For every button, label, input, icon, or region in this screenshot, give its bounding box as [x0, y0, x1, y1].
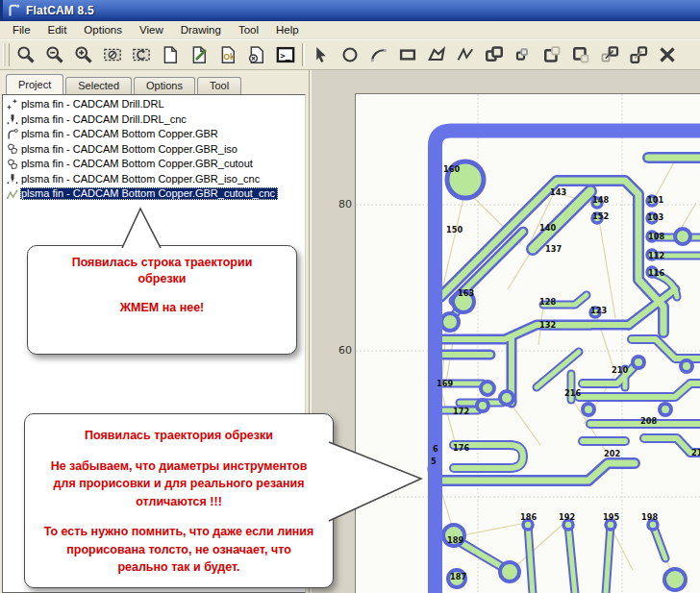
pad-number-label: 198 [641, 512, 658, 522]
tab-selected[interactable]: Selected [65, 77, 132, 94]
menu-file[interactable]: File [4, 22, 39, 37]
bubble2-tail [325, 432, 429, 529]
zoom-out-button[interactable] [40, 41, 69, 68]
pad [477, 400, 488, 411]
new-project-icon [161, 45, 180, 64]
save-ok-icon: Ok [218, 45, 238, 64]
draw-arc-button[interactable] [364, 41, 393, 68]
pad-number-label: 148 [592, 195, 609, 205]
save-ok-button[interactable]: Ok [213, 41, 242, 68]
draw-circle-button[interactable] [336, 41, 364, 68]
tree-row[interactable]: plsma fin - CADCAM Bottom Copper.GBR_cut… [4, 157, 305, 172]
flatcam-window: { "window": { "title": "FlatCAM 8.5" }, … [0, 0, 700, 593]
bubble-text-line: обрезки [28, 271, 296, 287]
draw-rectangle-icon [398, 45, 417, 64]
pad [681, 360, 692, 372]
copper-trace-outline [440, 181, 663, 333]
pad [660, 404, 671, 415]
ratsnest-line [458, 523, 526, 536]
pad [583, 404, 594, 415]
zoom-out-icon [45, 45, 64, 64]
pad-number-label: 176 [453, 443, 469, 453]
tree-row[interactable]: plsma fin - CADCAM Bottom Copper.GBR_cut… [4, 186, 305, 202]
window-title: FlatCAM 8.5 [26, 4, 94, 17]
tree-row-label: plsma fin - CADCAM Bottom Copper.GBR_iso… [20, 173, 262, 185]
subtract-button[interactable] [538, 41, 566, 68]
callout-bubble-click-row: Появилась строка траекторииобрезкиЖМЕМ н… [27, 245, 297, 355]
bubble-text-line: Появилась траектория обрезки [25, 427, 333, 445]
bubble1-tail [106, 204, 183, 252]
pad-number-label: 123 [590, 306, 607, 315]
tab-options[interactable]: Options [134, 77, 195, 94]
title-bar[interactable]: FlatCAM 8.5 [0, 0, 700, 21]
toolbar-grip [302, 43, 305, 66]
menu-tool[interactable]: Tool [230, 22, 267, 37]
pad [675, 229, 690, 244]
ratsnest-line [512, 523, 564, 570]
menu-edit[interactable]: Edit [39, 22, 76, 37]
tab-bar: ProjectSelectedOptionsTool [6, 74, 243, 94]
zoom-fit-button[interactable] [12, 41, 40, 68]
delete-object-button[interactable] [242, 41, 271, 68]
intersection-button[interactable] [509, 41, 538, 68]
bubble-text-line: для прорисовки и для реального резания [25, 475, 333, 493]
pad [500, 562, 519, 581]
clear-plot-button[interactable] [127, 41, 156, 68]
tree-row[interactable]: plsma fin - CADCAM Drill.DRL [4, 97, 305, 112]
subtract-icon [542, 45, 562, 64]
union-button[interactable] [480, 41, 509, 68]
delete-shape-icon [658, 45, 677, 64]
new-project-button[interactable] [156, 41, 185, 68]
move-objects-button[interactable] [595, 41, 624, 68]
svg-text:>_: >_ [280, 51, 290, 61]
pad-number-label: 112 [648, 251, 664, 260]
menu-options[interactable]: Options [75, 22, 131, 37]
cut-path-button[interactable] [566, 41, 595, 68]
tree-row[interactable]: plsma fin - CADCAM Bottom Copper.GBR_iso… [4, 172, 305, 187]
menu-help[interactable]: Help [267, 22, 308, 37]
pad-number-label: 208 [640, 416, 657, 426]
pad-number-label: 202 [604, 449, 620, 458]
bubble-spacer [25, 510, 333, 523]
drill-object-icon [6, 98, 19, 111]
draw-path-button[interactable] [451, 41, 480, 68]
pad-number-label: 186 [520, 512, 537, 522]
bubble-text-line: прорисована толсто, не означает, что [25, 541, 333, 559]
tab-tool[interactable]: Tool [197, 77, 241, 94]
cnc-job-icon [6, 172, 19, 185]
gerber-object-icon [6, 128, 19, 141]
shell-icon: >_ [276, 45, 295, 64]
draw-rectangle-button[interactable] [393, 41, 422, 68]
tree-row[interactable]: plsma fin - CADCAM Bottom Copper.GBR [4, 127, 305, 142]
ratsnest-line [512, 405, 540, 445]
pad-number-label: 6 [433, 444, 438, 454]
tree-row[interactable]: plsma fin - CADCAM Drill.DRL_cnc [4, 112, 305, 128]
pad-number-label: 210 [612, 365, 628, 375]
zoom-fit-icon [16, 45, 36, 64]
cnc-path-icon [6, 187, 19, 201]
pad-number-label: 195 [603, 512, 619, 522]
tree-row-label: plsma fin - CADCAM Drill.DRL [20, 98, 167, 111]
tree-row-label: plsma fin - CADCAM Bottom Copper.GBR_cut… [20, 158, 256, 170]
draw-arc-icon [369, 45, 388, 64]
draw-polygon-button[interactable] [422, 41, 451, 68]
select-arrow-button[interactable] [307, 41, 336, 68]
tree-row[interactable]: plsma fin - CADCAM Bottom Copper.GBR_iso [4, 142, 305, 158]
pad-number-label: 128 [539, 297, 556, 307]
tab-project[interactable]: Project [6, 74, 63, 94]
menu-drawing[interactable]: Drawing [172, 22, 230, 37]
shell-button[interactable]: >_ [271, 41, 300, 68]
bubble-text-line: То есть нужно помнить, что даже если лин… [25, 523, 333, 541]
bubble-text-line: ЖМЕМ на нее! [28, 300, 296, 316]
copy-objects-button[interactable] [624, 41, 653, 68]
tree-row-label: plsma fin - CADCAM Drill.DRL_cnc [20, 113, 189, 126]
open-project-button[interactable] [185, 41, 213, 68]
zoom-in-button[interactable] [69, 41, 98, 68]
replot-button[interactable] [98, 41, 127, 68]
draw-polygon-icon [427, 45, 446, 64]
pad-number-label: 187 [450, 572, 466, 581]
delete-shape-button[interactable] [653, 41, 682, 68]
copper-trace [462, 543, 504, 568]
open-project-icon [189, 45, 209, 64]
menu-view[interactable]: View [131, 22, 172, 37]
